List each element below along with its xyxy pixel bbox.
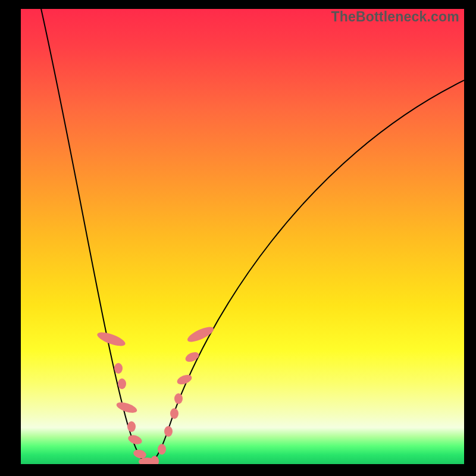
curve-marker	[174, 393, 183, 404]
curve-marker	[176, 373, 193, 387]
chart-plot-area: TheBottleneck.com	[21, 9, 464, 464]
curve-marker	[127, 434, 143, 446]
curve-marker	[115, 400, 139, 415]
curve-marker	[184, 350, 201, 364]
curve-marker	[114, 363, 123, 374]
curve-marker	[127, 421, 136, 432]
curve-marker	[164, 426, 173, 437]
curve-marker	[151, 456, 159, 464]
bottleneck-curve	[40, 9, 464, 463]
chart-svg	[21, 9, 464, 464]
curve-marker	[170, 408, 178, 419]
curve-marker	[186, 324, 215, 345]
curve-marker	[158, 444, 166, 455]
curve-marker	[118, 378, 126, 389]
curve-marker	[96, 330, 127, 349]
